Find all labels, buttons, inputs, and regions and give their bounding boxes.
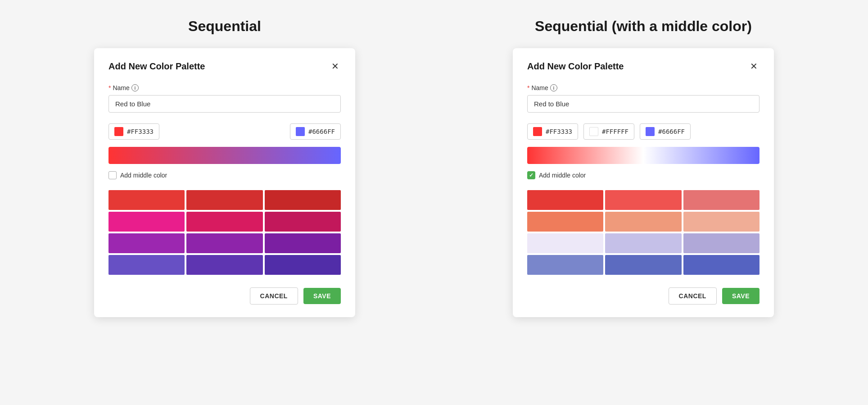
sequential-middle-required-star: * [527,84,529,91]
sequential-close-button[interactable]: ✕ [330,61,341,72]
sequential-middle-middle-color-value: #FFFFFF [602,128,628,135]
table-row [527,190,603,210]
sequential-middle-start-color-value: #FF3333 [546,128,572,135]
sequential-end-color-value: #6666FF [308,128,335,135]
sequential-title: Sequential [188,18,261,35]
table-row [527,255,603,275]
sequential-middle-palette-grid [527,190,760,275]
sequential-middle-checkbox-row: Add middle color [527,171,760,179]
sequential-middle-end-color-button[interactable]: #6666FF [640,123,691,140]
table-row [265,233,341,253]
table-row [605,255,681,275]
sequential-name-input[interactable] [108,95,341,113]
table-row [265,212,341,232]
table-row [186,212,262,232]
table-row [683,255,760,275]
table-row [683,212,760,232]
sequential-middle-dialog-title: Add New Color Palette [527,61,624,72]
sequential-cancel-button[interactable]: CANCEL [250,287,298,305]
sequential-middle-name-label: Name [531,84,548,91]
sequential-middle-end-color-swatch [646,127,655,136]
sequential-middle-dialog-footer: CANCEL SAVE [527,287,760,305]
table-row [186,190,262,210]
sequential-start-color-swatch [114,127,123,136]
sequential-color-pickers-row: #FF3333 #6666FF [108,123,341,140]
sequential-middle-middle-color-button[interactable]: #FFFFFF [583,123,634,140]
sequential-middle-close-button[interactable]: ✕ [748,61,760,72]
sequential-middle-name-label-row: * Name i [527,84,760,91]
table-row [108,190,185,210]
sequential-middle-section: Sequential (with a middle color) Add New… [448,18,839,317]
sequential-end-color-button[interactable]: #6666FF [290,123,341,140]
sequential-name-label: Name [113,84,129,91]
table-row [186,233,262,253]
table-row [527,212,603,232]
sequential-section: Sequential Add New Color Palette ✕ * Nam… [29,18,420,317]
sequential-dialog-header: Add New Color Palette ✕ [108,61,341,72]
sequential-dialog-footer: CANCEL SAVE [108,287,341,305]
sequential-middle-start-color-button[interactable]: #FF3333 [527,123,578,140]
sequential-required-star: * [108,84,111,91]
table-row [527,233,603,253]
sequential-middle-color-checkbox[interactable] [108,171,117,179]
sequential-middle-title: Sequential (with a middle color) [535,18,752,35]
sequential-middle-middle-color-swatch [589,127,598,136]
table-row [683,190,760,210]
table-row [108,233,185,253]
table-row [683,233,760,253]
table-row [605,212,681,232]
sequential-middle-save-button[interactable]: SAVE [722,288,760,304]
sequential-palette-grid [108,190,341,275]
sequential-name-label-row: * Name i [108,84,341,91]
sequential-middle-dialog: Add New Color Palette ✕ * Name i #FF3333… [513,48,774,317]
sequential-middle-start-color-swatch [533,127,542,136]
sequential-info-icon: i [131,84,139,91]
sequential-gradient-bar [108,147,341,164]
sequential-end-color-swatch [296,127,305,136]
sequential-middle-end-color-value: #6666FF [658,128,685,135]
sequential-middle-gradient-bar [527,147,760,164]
sequential-save-button[interactable]: SAVE [303,288,341,304]
sequential-middle-dialog-header: Add New Color Palette ✕ [527,61,760,72]
sequential-middle-color-pickers-row: #FF3333 #FFFFFF #6666FF [527,123,760,140]
sequential-middle-middle-color-checkbox[interactable] [527,171,535,179]
sequential-middle-middle-color-label: Add middle color [539,172,586,179]
table-row [108,255,185,275]
sequential-middle-info-icon: i [550,84,557,91]
sequential-middle-color-row: Add middle color [108,171,341,179]
page-container: Sequential Add New Color Palette ✕ * Nam… [29,18,839,317]
sequential-middle-cancel-button[interactable]: CANCEL [669,287,717,305]
table-row [265,255,341,275]
table-row [605,190,681,210]
table-row [265,190,341,210]
sequential-dialog-title: Add New Color Palette [108,61,205,72]
table-row [605,233,681,253]
sequential-middle-color-label: Add middle color [120,172,167,179]
table-row [186,255,262,275]
sequential-start-color-value: #FF3333 [127,128,154,135]
sequential-middle-name-input[interactable] [527,95,760,113]
sequential-start-color-button[interactable]: #FF3333 [108,123,159,140]
table-row [108,212,185,232]
sequential-dialog: Add New Color Palette ✕ * Name i #FF3333… [94,48,355,317]
